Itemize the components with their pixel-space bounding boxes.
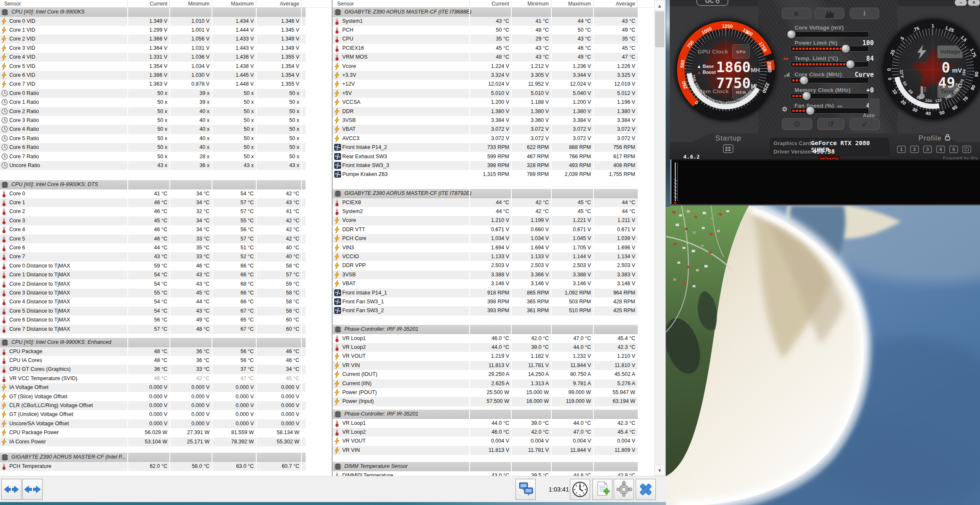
sensor-row[interactable]: Core 2 Ratio50 x40 x50 x50 x [0, 107, 306, 116]
core-voltage-slider[interactable] [791, 32, 868, 37]
sensor-row[interactable]: IA Cores Power53.104 W25.171 W78.392 W55… [0, 437, 306, 446]
memory-clock-thumb[interactable] [802, 92, 811, 100]
temp-limit-slider[interactable] [791, 62, 868, 67]
sensor-row[interactable]: Core 1 Ratio50 x39 x50 x50 x [0, 98, 306, 107]
settings-button[interactable]: ⚙ [782, 118, 812, 130]
sensor-row[interactable]: Core 1 VID1.299 V1.001 V1.444 V1.345 V [0, 26, 306, 35]
sensor-row[interactable]: Core 4 Ratio50 x40 x50 x50 x [0, 125, 306, 134]
sensor-row[interactable]: Core 146 °C34 °C57 °C43 °C [0, 198, 306, 207]
sensor-row[interactable]: GT (Slice) Voltage Offset0.000 V0.000 V0… [0, 392, 306, 401]
dragon-logo-button[interactable] [815, 8, 844, 19]
sensor-row[interactable]: VBAT3.072 V3.072 V3.072 V3.072 V [333, 125, 638, 134]
sensor-row[interactable]: Core 2 Distance to TjMAX54 °C43 °C68 °C5… [0, 280, 306, 289]
scroll-down-button[interactable]: ▼ [654, 464, 665, 475]
sensor-row[interactable]: 3VSB3.384 V3.360 V3.384 V3.384 V [333, 116, 638, 125]
report-button[interactable] [592, 479, 612, 500]
sensor-row[interactable]: System244 °C42 °C45 °C44 °C [333, 207, 638, 216]
sensor-row[interactable]: Front Intake SW3_3398 RPM328 RPM493 RPM4… [333, 161, 638, 170]
fan-auto-label[interactable]: Auto [863, 113, 875, 119]
scroll-up-button[interactable]: ▲ [654, 0, 665, 11]
sensor-row[interactable]: Core 0 Distance to TjMAX59 °C46 °C66 °C5… [0, 262, 306, 270]
sensor-row[interactable]: Current (IIN)2.625 A1.313 A9.781 A5.276 … [333, 379, 638, 388]
sensor-group-header[interactable]: DIMM Temperature Sensor [333, 462, 638, 471]
profile-5-button[interactable]: 5 [949, 146, 958, 153]
sensor-row[interactable]: Core 5 VID1.354 V1.034 V1.438 V1.354 V [0, 62, 306, 71]
profile-save-button[interactable] [962, 146, 971, 153]
sensor-row[interactable]: Core 743 °C33 °C52 °C40 °C [0, 252, 306, 261]
sensor-row[interactable]: Core 5 Distance to TjMAX54 °C43 °C67 °C5… [0, 307, 306, 316]
sensor-row[interactable]: DDR1.380 V1.380 V1.380 V1.380 V [333, 107, 638, 116]
sensor-row[interactable]: Uncore Ratio43 x36 x43 x43 x [0, 161, 306, 170]
startup-windows-button[interactable] [723, 144, 733, 153]
sensor-row[interactable]: VBAT3.146 V3.146 V3.146 V3.146 V [333, 279, 638, 288]
sensor-group-header[interactable]: Phase-Controller: IRF IR-35201 [333, 410, 638, 419]
sensor-group-header[interactable]: Phase-Controller: IRF IR-35201 [333, 325, 638, 334]
sensor-row[interactable]: +3.3V3.324 V3.305 V3.344 V3.325 V [333, 71, 638, 80]
sensor-row[interactable]: DDR VPP2.503 V2.503 V2.503 V2.503 V [333, 261, 638, 270]
sensor-row[interactable]: VCCSA1.200 V1.188 V1.200 V1.196 V [333, 98, 638, 107]
sensor-row[interactable]: Core 446 °C34 °C56 °C42 °C [0, 225, 306, 234]
minimize-button[interactable]: – [955, 0, 967, 6]
expand-columns-button[interactable] [1, 479, 21, 500]
sensor-row[interactable]: Core 3 Ratio50 x40 x50 x50 x [0, 116, 306, 125]
sensor-row[interactable]: Core 546 °C33 °C57 °C42 °C [0, 235, 306, 243]
fan-speed-slider[interactable] [791, 108, 868, 113]
sensor-row[interactable]: VRM MOS48 °C43 °C49 °C47 °C [333, 53, 638, 62]
sensor-row[interactable]: Core 3 VID1.364 V1.031 V1.443 V1.349 V [0, 44, 306, 53]
sensor-group-header[interactable]: GIGABYTE Z390 AORUS MASTER-CF (Intel P..… [0, 453, 306, 462]
core-voltage-thumb[interactable] [787, 30, 796, 39]
sensor-row[interactable]: CLR (CBo/LLC/Ring) Voltage Offset0.000 V… [0, 401, 306, 410]
sensor-row[interactable]: VR Loop144.0 °C39.0 °C44.0 °C42.3 °C [333, 419, 638, 428]
close-sensors-button[interactable] [636, 479, 656, 500]
fan-speed-thumb[interactable] [806, 106, 815, 115]
profile-1-button[interactable]: 1 [897, 146, 906, 153]
sensor-row[interactable]: VR Loop246.0 °C42.0 °C47.0 °C45.4 °C [333, 428, 638, 437]
temp-limit-thumb[interactable] [846, 60, 855, 69]
sensor-row[interactable]: Pumpe Kraken Z631,315 RPM789 RPM2,039 RP… [333, 170, 638, 179]
sensor-row[interactable]: Front Fan SW3_2393 RPM361 RPM510 RPM425 … [333, 306, 638, 315]
sensor-row[interactable]: Core 6 VID1.386 V1.030 V1.445 V1.354 V [0, 71, 306, 80]
sensor-row[interactable]: Core 0 VID1.349 V1.010 V1.434 V1.346 V [0, 17, 306, 26]
sensor-row[interactable]: Power (Input)57.500 W16.000 W119.000 W63… [333, 397, 638, 406]
sensor-row[interactable]: CPU GT Cores (Graphics)36 °C33 °C37 °C34… [0, 365, 306, 374]
sensor-row[interactable]: Uncore/SA Voltage Offset0.000 V0.000 V0.… [0, 419, 306, 428]
sensor-row[interactable]: VR VOUT0.004 V0.004 V0.004 V0.004 V [333, 437, 638, 446]
sensor-group-header[interactable]: CPU [#0]: Intel Core i9-9900KS: DTS [0, 180, 306, 189]
close-button[interactable]: × [968, 0, 980, 6]
sensor-row[interactable]: PCIEX844 °C42 °C45 °C44 °C [333, 198, 638, 207]
sensor-row[interactable]: Core 4 Distance to TjMAX54 °C44 °C66 °C5… [0, 297, 306, 306]
sensor-row[interactable]: Vcore1.224 V1.212 V1.236 V1.226 V [333, 62, 638, 71]
power-limit-thumb[interactable] [841, 44, 850, 53]
sensor-row[interactable]: Core 5 Ratio50 x40 x50 x50 x [0, 134, 306, 143]
sensor-group-header[interactable]: CPU [#0]: Intel Core i9-9900KS: Enhanced [0, 338, 306, 347]
sensor-row[interactable]: Rear Exhaust SW3599 RPM467 RPM766 RPM617… [333, 152, 638, 161]
sensor-group-header[interactable]: GIGABYTE Z390 AORUS MASTER-CF (ITE IT868… [333, 8, 638, 17]
kombustor-button[interactable]: K [782, 8, 811, 19]
sensor-row[interactable]: Core 246 °C32 °C57 °C41 °C [0, 207, 306, 216]
power-limit-slider[interactable] [791, 46, 868, 51]
sensor-row[interactable]: Core 6 Distance to TjMAX56 °C49 °C65 °C6… [0, 316, 306, 324]
sensor-row[interactable]: Core 3 Distance to TjMAX55 °C45 °C66 °C5… [0, 289, 306, 297]
sensor-row[interactable]: VR VIN11.813 V11.781 V11.844 V11.810 V [333, 361, 638, 370]
sensor-row[interactable]: Power (POUT)25.500 W15.000 W99.000 W55.9… [333, 388, 638, 397]
oc-scanner-button[interactable]: OC [696, 0, 728, 6]
sensor-row[interactable]: Front Intake P14_2733 RPM622 RPM888 RPM7… [333, 143, 638, 152]
sensor-row[interactable]: Front Intake P14_1918 RPM865 RPM1,092 RP… [333, 289, 638, 297]
sensor-row[interactable]: Core 1 Distance to TjMAX54 °C43 °C66 °C5… [0, 270, 306, 279]
sensor-row[interactable]: DIMM[0] Temperature43.0 °C39.5 °C44.6 °C… [333, 471, 638, 476]
sensor-row[interactable]: Core 041 °C34 °C54 °C42 °C [0, 189, 306, 198]
sensor-row[interactable]: VR Loop244.0 °C39.0 °C44.0 °C42.3 °C [333, 343, 638, 352]
sensor-group-header[interactable]: GIGABYTE Z390 AORUS MASTER-CF (ITE IT879… [333, 189, 638, 198]
sensor-row[interactable]: CPU35 °C29 °C43 °C35 °C [333, 35, 638, 43]
profile-2-button[interactable]: 2 [910, 146, 919, 153]
sensor-row[interactable]: VIN31.694 V1.694 V1.705 V1.696 V [333, 243, 638, 252]
sensor-row[interactable]: Core 644 °C35 °C51 °C40 °C [0, 243, 306, 252]
info-button[interactable]: i [850, 8, 879, 19]
sensor-row[interactable]: +12V12.024 V11.952 V12.024 V12.019 V [333, 80, 638, 89]
sensor-row[interactable]: VR VIN11.813 V11.781 V11.844 V11.809 V [333, 446, 638, 455]
sensor-row[interactable]: VCCIO1.133 V1.133 V1.144 V1.134 V [333, 252, 638, 261]
sensor-row[interactable]: VR VCC Temperature (SVID)46 °C42 °C47 °C… [0, 374, 306, 383]
sensor-group-header[interactable]: CPU [#0]: Intel Core i9-9900KS [0, 8, 306, 17]
vertical-scrollbar[interactable]: ▲ ▼ [654, 0, 665, 476]
sensor-row[interactable]: Front Fan SW3_1398 RPM365 RPM503 RPM428 … [333, 297, 638, 306]
